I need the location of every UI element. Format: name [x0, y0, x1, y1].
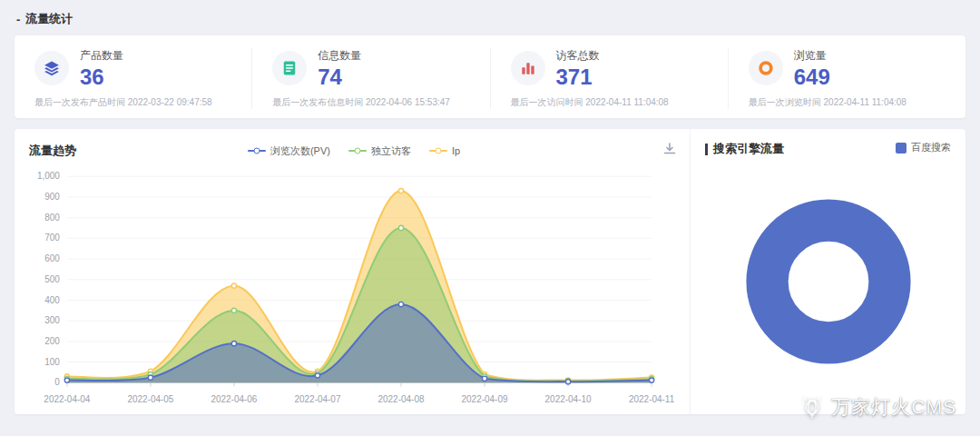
download-icon[interactable]	[662, 142, 677, 160]
search-engine-panel: 搜索引擎流量 百度搜索	[690, 129, 965, 414]
stat-label: 访客总数	[556, 48, 600, 64]
stat-card-messages: 信息数量 74 最后一次发布信息时间 2022-04-06 15:53:47	[252, 48, 490, 109]
section-header: - 流量统计	[0, 0, 980, 35]
svg-text:900: 900	[44, 192, 60, 202]
bar-chart-icon	[511, 51, 545, 85]
line-marker-icon	[248, 150, 266, 152]
legend-item-ip[interactable]: Ip	[429, 145, 460, 156]
stat-label: 信息数量	[318, 48, 361, 64]
page-title: 流量统计	[25, 11, 73, 27]
stat-value: 74	[318, 65, 361, 88]
trend-title: 流量趋势	[29, 143, 76, 159]
search-panel-title: 搜索引擎流量	[705, 141, 784, 157]
stat-meta: 最后一次发布信息时间 2022-04-06 15:53:47	[272, 96, 469, 109]
collapse-toggle[interactable]: -	[16, 13, 20, 26]
stat-meta: 最后一次访问时间 2022-04-11 11:04:08	[511, 96, 708, 109]
document-list-icon	[272, 51, 307, 85]
search-title-text: 搜索引擎流量	[713, 141, 784, 157]
legend-label: Ip	[452, 145, 460, 156]
square-marker-icon	[896, 143, 906, 154]
svg-text:2022-04-04: 2022-04-04	[44, 394, 90, 404]
legend-item-baidu[interactable]: 百度搜索	[896, 141, 951, 154]
svg-text:600: 600	[44, 253, 60, 263]
title-bar-icon	[705, 144, 708, 155]
layers-icon	[34, 51, 69, 85]
svg-text:500: 500	[44, 274, 60, 284]
legend-label: 浏览次数(PV)	[270, 144, 330, 158]
stats-summary-card: 产品数量 36 最后一次发布产品时间 2022-03-22 09:47:58 信…	[15, 35, 965, 118]
legend-item-pv[interactable]: 浏览次数(PV)	[248, 144, 330, 158]
svg-text:2022-04-09: 2022-04-09	[462, 394, 508, 404]
svg-text:0: 0	[54, 377, 60, 387]
stat-value: 649	[794, 65, 830, 88]
stat-label: 产品数量	[80, 48, 123, 64]
trend-legend: 浏览次数(PV) 独立访客 Ip	[248, 144, 460, 158]
legend-item-uv[interactable]: 独立访客	[348, 144, 411, 158]
svg-text:400: 400	[44, 295, 60, 305]
donut-chart	[732, 185, 925, 378]
svg-text:300: 300	[44, 315, 60, 325]
svg-text:700: 700	[44, 233, 60, 243]
charts-card: 流量趋势 浏览次数(PV) 独立访客 Ip	[15, 129, 965, 414]
svg-text:200: 200	[44, 336, 60, 346]
stat-value: 371	[556, 65, 600, 88]
trend-chart: 01002003004005006007008009001,0002022-04…	[24, 167, 684, 411]
stat-card-products: 产品数量 36 最后一次发布产品时间 2022-03-22 09:47:58	[15, 48, 252, 109]
svg-text:2022-04-06: 2022-04-06	[211, 394, 257, 404]
svg-text:2022-04-11: 2022-04-11	[629, 394, 675, 404]
eye-icon	[749, 51, 783, 85]
svg-text:100: 100	[44, 357, 60, 367]
stat-label: 浏览量	[794, 48, 830, 64]
dashboard-page: - 流量统计 产品数量 36 最后一次发布产品时间 2022-03-22 09:…	[0, 0, 980, 436]
stat-meta: 最后一次浏览时间 2022-04-11 11:04:08	[749, 96, 946, 109]
traffic-trend-panel: 流量趋势 浏览次数(PV) 独立访客 Ip	[15, 129, 690, 414]
stat-value: 36	[80, 65, 123, 88]
line-marker-icon	[429, 150, 447, 152]
stat-card-visitors: 访客总数 371 最后一次访问时间 2022-04-11 11:04:08	[491, 48, 729, 109]
svg-text:1,000: 1,000	[37, 171, 60, 181]
line-marker-icon	[348, 150, 367, 152]
stat-meta: 最后一次发布产品时间 2022-03-22 09:47:58	[34, 96, 231, 109]
svg-text:2022-04-05: 2022-04-05	[127, 394, 173, 404]
svg-text:800: 800	[44, 213, 60, 223]
svg-text:2022-04-07: 2022-04-07	[294, 394, 340, 404]
svg-text:2022-04-10: 2022-04-10	[545, 394, 592, 404]
legend-label: 百度搜索	[911, 141, 951, 154]
stat-card-pageviews: 浏览量 649 最后一次浏览时间 2022-04-11 11:04:08	[729, 48, 965, 109]
svg-text:2022-04-08: 2022-04-08	[378, 394, 425, 404]
legend-label: 独立访客	[371, 144, 411, 158]
